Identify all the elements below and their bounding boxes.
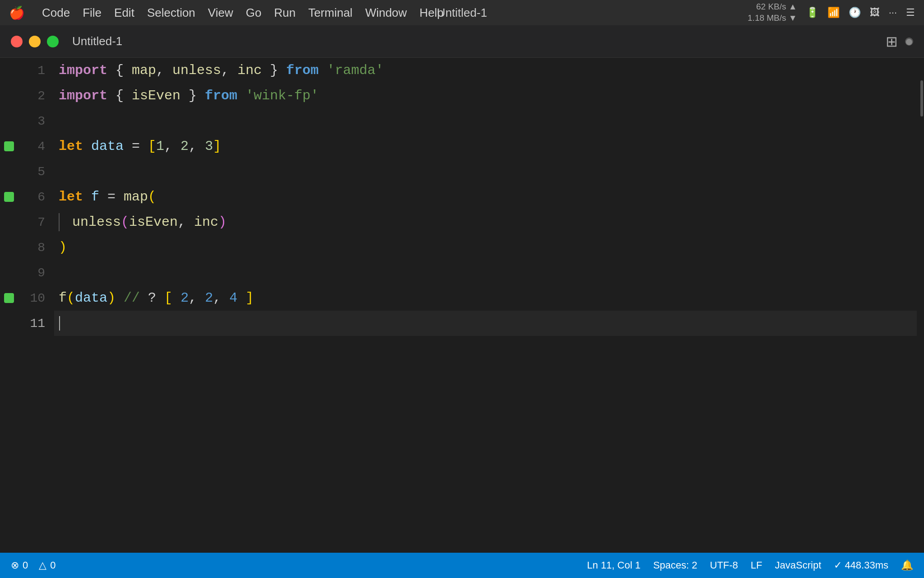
code-line-9: [54, 260, 917, 285]
bracket-close-2: ]: [245, 290, 254, 306]
comma-3: ,: [178, 214, 194, 230]
line-ending[interactable]: LF: [751, 559, 762, 571]
traffic-lights: [11, 36, 59, 47]
menubar: 🍎 Code File Edit Selection View Go Run T…: [0, 0, 924, 25]
wifi-icon: 📶: [827, 7, 840, 19]
bp-6: [0, 184, 18, 210]
errors-indicator[interactable]: ⊗ 0: [11, 559, 28, 571]
line-num-3: 3: [18, 108, 54, 134]
bp-5: [0, 159, 18, 184]
bracket-close-1: ]: [213, 139, 221, 154]
paren-close-2: ): [218, 214, 226, 230]
punct-6: {: [107, 88, 132, 103]
more-icon: ···: [889, 7, 897, 19]
fn-call-f: f: [59, 290, 67, 306]
code-line-4: let data = [ 1 , 2 , 3 ]: [54, 134, 917, 159]
bp-9: [0, 260, 18, 285]
result-4: 4: [229, 290, 237, 306]
paren-close-3: ): [107, 290, 116, 306]
bp-8: [0, 235, 18, 260]
line-num-5: 5: [18, 159, 54, 184]
encoding[interactable]: UTF-8: [710, 559, 738, 571]
var-data: data: [91, 139, 124, 154]
menu-go[interactable]: Go: [246, 6, 262, 20]
warnings-indicator[interactable]: △ 0: [39, 559, 55, 571]
code-content[interactable]: import { map , unless , inc } from 'ramd…: [54, 58, 917, 578]
paren-open-2: (: [121, 214, 129, 230]
menu-view[interactable]: View: [208, 6, 233, 20]
dot-button[interactable]: ●: [905, 37, 913, 46]
scrollbar[interactable]: [917, 58, 924, 578]
import-unless: unless: [172, 63, 221, 78]
bp-3: [0, 108, 18, 134]
bp-1: [0, 58, 18, 83]
breakpoint-6[interactable]: [4, 192, 14, 202]
code-line-6: let f = map (: [54, 184, 917, 210]
statusbar-left: ⊗ 0 △ 0: [11, 559, 56, 571]
cursor-position[interactable]: Ln 11, Col 1: [587, 559, 641, 571]
bp-7: [0, 210, 18, 235]
paren-open-1: (: [148, 189, 156, 205]
comma-2: ,: [189, 139, 205, 154]
code-line-11: [54, 311, 917, 336]
close-button[interactable]: [11, 36, 23, 47]
import-inc: inc: [237, 63, 262, 78]
punct-8: [237, 88, 245, 103]
keyword-import-1: import: [59, 63, 107, 78]
punct-3: ,: [221, 63, 237, 78]
line-num-11: 11: [18, 311, 54, 336]
menu-edit[interactable]: Edit: [114, 6, 134, 20]
breakpoint-4[interactable]: [4, 141, 14, 151]
error-count: 0: [23, 559, 28, 571]
warning-count: 0: [50, 559, 55, 571]
apple-menu[interactable]: 🍎: [9, 5, 25, 20]
line-numbers: 1 2 3 4 5 6 7 8 9 10 11: [18, 58, 54, 578]
punct-10: [83, 189, 91, 205]
minimize-button[interactable]: [29, 36, 41, 47]
window-chrome: Untitled-1 ⊞ ●: [0, 25, 924, 58]
list-icon: ☰: [906, 7, 915, 19]
line-num-2: 2: [18, 83, 54, 108]
punct-1: {: [107, 63, 132, 78]
notifications-icon[interactable]: 🔔: [901, 559, 913, 571]
statusbar-right: Ln 11, Col 1 Spaces: 2 UTF-8 LF JavaScri…: [587, 559, 913, 571]
menu-terminal[interactable]: Terminal: [308, 6, 352, 20]
fn-unless: unless: [72, 214, 121, 230]
result-2b: 2: [205, 290, 213, 306]
fn-iseven: isEven: [129, 214, 178, 230]
line-num-4: 4: [18, 134, 54, 159]
line-num-1: 1: [18, 58, 54, 83]
punct-4: }: [262, 63, 286, 78]
breakpoints-column: [0, 58, 18, 578]
punct-11: [116, 290, 124, 306]
bp-2: [0, 83, 18, 108]
line-num-6: 6: [18, 184, 54, 210]
error-icon: ⊗: [11, 559, 19, 571]
import-iseven: isEven: [132, 88, 180, 103]
menu-run[interactable]: Run: [274, 6, 296, 20]
code-line-1: import { map , unless , inc } from 'ramd…: [54, 58, 917, 83]
space-11: [237, 290, 245, 306]
tab-filename[interactable]: Untitled-1: [72, 34, 122, 48]
breakpoint-10[interactable]: [4, 293, 14, 303]
menu-window[interactable]: Window: [365, 6, 407, 20]
bracket-open-2: [: [164, 290, 172, 306]
clock-icon: 🕐: [849, 7, 861, 19]
punct-9: [83, 139, 91, 154]
maximize-button[interactable]: [47, 36, 59, 47]
warning-icon: △: [39, 559, 46, 571]
finder-icon: 🖼: [870, 7, 880, 19]
battery-icon: 🔋: [806, 7, 818, 19]
comma-5: ,: [213, 290, 229, 306]
punct-7: }: [180, 88, 205, 103]
num-2: 2: [180, 139, 189, 154]
comment-start: //: [124, 290, 140, 306]
menu-file[interactable]: File: [83, 6, 102, 20]
indentation[interactable]: Spaces: 2: [653, 559, 698, 571]
split-editor-icon[interactable]: ⊞: [886, 33, 898, 50]
indent-marker-7: [59, 213, 68, 231]
language-mode[interactable]: JavaScript: [775, 559, 822, 571]
menu-code[interactable]: Code: [42, 6, 70, 20]
menu-selection[interactable]: Selection: [147, 6, 195, 20]
scrollbar-thumb[interactable]: [920, 80, 923, 117]
